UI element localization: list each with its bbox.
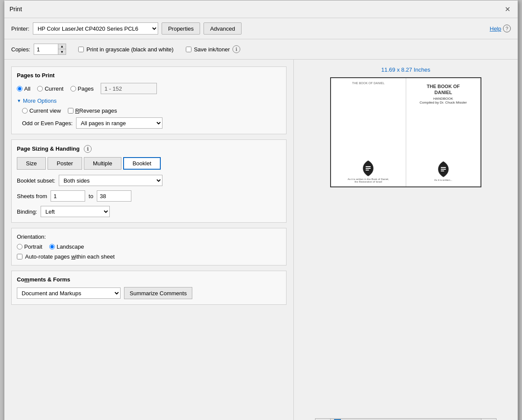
booklet-subset-row: Booklet subset: Both sides Front side on… [17, 175, 281, 186]
preview-size-label: 11.69 x 8.27 Inches [381, 66, 430, 73]
radio-current: Current [37, 85, 63, 92]
copies-up-button[interactable]: ▲ [58, 44, 66, 49]
svg-rect-0 [366, 166, 371, 167]
booklet-subset-select[interactable]: Both sides Front side only Back side onl… [59, 175, 162, 186]
binding-select[interactable]: Left Right [41, 206, 110, 217]
pages-radio-row: All Current Pages [17, 83, 281, 94]
radio-current-view: Current view [22, 107, 61, 114]
pages-label[interactable]: Pages [78, 85, 94, 92]
binding-row: Binding: Left Right [17, 206, 281, 217]
pages-range-input[interactable] [101, 83, 157, 94]
pages-to-print-section: Pages to Print All Current Pages [11, 66, 286, 134]
page-nav-row: < > [315, 418, 497, 420]
sheets-to-label: to [89, 193, 93, 199]
svg-rect-5 [441, 171, 444, 171]
page-sizing-title: Page Sizing & Handling ℹ [17, 145, 281, 153]
sheets-from-label: Sheets from [17, 193, 47, 199]
book-title: THE BOOK OFDANIEL [427, 83, 460, 96]
auto-rotate-row: Auto-rotate pages within each sheet [17, 253, 281, 260]
sheets-to-input[interactable] [97, 190, 131, 202]
save-ink-checkbox[interactable] [186, 47, 191, 52]
copies-input[interactable] [34, 44, 58, 54]
dialog-title: Print [10, 6, 22, 13]
radio-all: All [17, 85, 30, 92]
orientation-section: Orientation: Portrait Landscape Auto-rot… [11, 228, 286, 265]
odd-even-select[interactable]: All pages in range Odd pages only Even p… [76, 117, 162, 129]
dialog-body: Pages to Print All Current Pages [4, 60, 518, 420]
book-left-header: THE BOOK OF DANIEL [352, 82, 385, 85]
odd-even-label: Odd or Even Pages: [22, 120, 73, 126]
multiple-tab[interactable]: Multiple [84, 157, 121, 170]
pages-radio[interactable] [70, 86, 76, 92]
radio-pages: Pages [70, 85, 94, 92]
size-tab[interactable]: Size [17, 157, 46, 170]
page-sizing-section: Page Sizing & Handling ℹ Size Poster Mul… [11, 139, 286, 223]
nav-slider[interactable] [331, 418, 481, 420]
radio-portrait: Portrait [17, 243, 42, 250]
book-left-icon [361, 160, 375, 177]
save-ink-label[interactable]: Save ink/toner [194, 46, 230, 53]
svg-rect-2 [366, 170, 369, 171]
left-panel: Pages to Print All Current Pages [4, 60, 294, 420]
landscape-radio[interactable] [49, 244, 55, 249]
more-options-label: More Options [23, 98, 57, 104]
advanced-button[interactable]: Advanced [204, 22, 242, 35]
summarize-button[interactable]: Summarize Comments [124, 287, 192, 299]
comments-forms-section: Comments & Forms Document and Markups Do… [11, 271, 286, 305]
current-view-row: Current view RReverse pages [22, 107, 281, 114]
copies-down-button[interactable]: ▼ [58, 49, 66, 54]
orientation-label: Orientation: [17, 234, 281, 240]
comments-forms-title: Comments & Forms [17, 276, 281, 283]
current-view-radio[interactable] [22, 108, 28, 114]
copies-row: Copies: ▲ ▼ Print in grayscale (black an… [4, 39, 518, 60]
svg-rect-4 [441, 169, 446, 170]
page-sizing-info-icon[interactable]: ℹ [84, 145, 92, 153]
sheets-from-row: Sheets from to [17, 190, 281, 202]
reverse-pages-text: RReverse pages [75, 107, 117, 114]
help-icon[interactable]: ? [503, 25, 511, 32]
more-options-content: Current view RReverse pages Od [17, 107, 281, 129]
nav-container: < > Page 1 of 76 (1) [315, 418, 497, 420]
copies-spinner: ▲ ▼ [58, 44, 66, 54]
properties-button[interactable]: Properties [162, 22, 200, 35]
portrait-label[interactable]: Portrait [24, 243, 42, 250]
comments-select[interactable]: Document and Markups Document Form field… [17, 287, 121, 299]
portrait-radio[interactable] [17, 244, 22, 249]
print-dialog: Print ✕ Printer: HP Color LaserJet CP402… [4, 0, 518, 420]
sheets-from-input[interactable] [51, 190, 85, 202]
close-button[interactable]: ✕ [502, 4, 512, 14]
right-panel: 11.69 x 8.27 Inches THE BOOK OF DANIEL [294, 60, 518, 420]
svg-rect-3 [441, 167, 446, 168]
booklet-subset-label: Booklet subset: [17, 177, 55, 184]
grayscale-checkbox[interactable] [78, 47, 84, 52]
more-options-toggle[interactable]: ▼ More Options [17, 98, 281, 104]
prev-page-button[interactable]: < [315, 418, 331, 420]
reverse-pages-checkbox[interactable] [68, 108, 73, 114]
grayscale-label[interactable]: Print in grayscale (black and white) [86, 46, 174, 53]
binding-label: Binding: [17, 208, 37, 215]
grayscale-wrap: Print in grayscale (black and white) [78, 46, 174, 53]
orientation-radio-row: Portrait Landscape [17, 243, 281, 250]
all-radio[interactable] [17, 86, 22, 92]
booklet-tab[interactable]: Booklet [123, 157, 161, 170]
copies-label: Copies: [11, 46, 30, 53]
help-link[interactable]: Help [490, 25, 501, 32]
printer-select[interactable]: HP Color LaserJet CP4020 Series PCL6 [33, 22, 158, 35]
save-ink-info-icon[interactable]: ℹ [232, 45, 240, 53]
current-label[interactable]: Current [45, 85, 63, 92]
current-radio[interactable] [37, 86, 43, 92]
auto-rotate-label: Auto-rotate pages within each sheet [25, 253, 115, 260]
book-preview: THE BOOK OF DANIEL As it is written in t… [331, 78, 481, 186]
more-options-arrow: ▼ [17, 98, 21, 103]
all-label[interactable]: All [24, 85, 30, 92]
preview-image: THE BOOK OF DANIEL As it is written in t… [330, 77, 481, 187]
next-page-button[interactable]: > [481, 418, 497, 420]
current-view-label[interactable]: Current view [29, 107, 61, 114]
book-right-icon [436, 161, 450, 178]
landscape-label[interactable]: Landscape [57, 243, 84, 250]
auto-rotate-checkbox[interactable] [17, 254, 22, 259]
poster-tab[interactable]: Poster [48, 157, 82, 170]
reverse-pages-label: RReverse pages [75, 107, 117, 114]
title-bar: Print ✕ [4, 0, 518, 18]
copies-input-wrap: ▲ ▼ [34, 44, 66, 55]
